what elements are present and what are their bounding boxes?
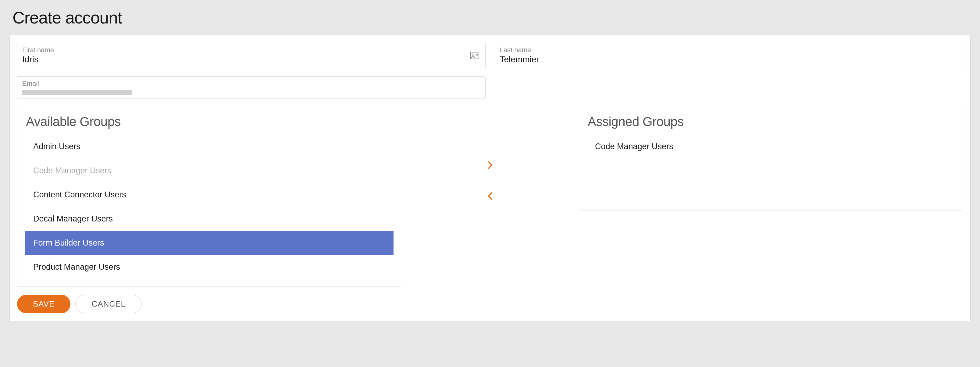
first-name-field[interactable]: First name xyxy=(17,43,485,68)
buttons-row: SAVE CANCEL xyxy=(17,295,963,313)
email-label: Email xyxy=(22,80,480,88)
last-name-label: Last name xyxy=(500,46,958,54)
svg-point-1 xyxy=(472,54,474,56)
chevron-right-icon xyxy=(487,160,493,170)
available-group-item[interactable]: Decal Manager Users xyxy=(18,207,401,231)
available-group-item[interactable]: Form Builder Users xyxy=(25,231,393,255)
transfer-controls xyxy=(401,107,579,203)
first-name-label: First name xyxy=(22,46,480,54)
cancel-button[interactable]: CANCEL xyxy=(75,295,142,313)
name-row: First name Last name xyxy=(17,43,963,68)
available-groups-box: Available Groups Admin UsersCode Manager… xyxy=(17,107,401,287)
assigned-groups-title: Assigned Groups xyxy=(579,114,963,134)
available-group-item[interactable]: Product Manager Users xyxy=(18,255,401,279)
available-groups-list: Admin UsersCode Manager UsersContent Con… xyxy=(18,134,401,279)
page-title: Create account xyxy=(0,0,980,35)
contact-card-icon xyxy=(470,52,479,59)
create-account-panel: Create account First name Last name xyxy=(0,0,980,367)
assigned-groups-list: Code Manager Users xyxy=(579,134,963,159)
form-container: First name Last name E xyxy=(10,35,970,321)
save-button[interactable]: SAVE xyxy=(17,295,70,313)
move-right-button[interactable] xyxy=(485,159,495,171)
email-row: Email xyxy=(17,76,963,99)
assigned-group-item[interactable]: Code Manager Users xyxy=(579,134,963,159)
last-name-field[interactable]: Last name xyxy=(495,43,963,68)
email-field[interactable]: Email xyxy=(17,76,485,99)
first-name-input[interactable] xyxy=(22,54,480,64)
available-groups-title: Available Groups xyxy=(18,114,401,134)
available-group-item[interactable]: Code Manager Users xyxy=(18,159,401,183)
last-name-input[interactable] xyxy=(500,54,958,64)
available-group-item[interactable]: Content Connector Users xyxy=(18,183,401,207)
groups-row: Available Groups Admin UsersCode Manager… xyxy=(17,107,963,287)
assigned-groups-box: Assigned Groups Code Manager Users xyxy=(579,107,963,211)
available-group-item[interactable]: Admin Users xyxy=(18,134,401,159)
chevron-left-icon xyxy=(487,191,493,201)
move-left-button[interactable] xyxy=(485,190,495,203)
